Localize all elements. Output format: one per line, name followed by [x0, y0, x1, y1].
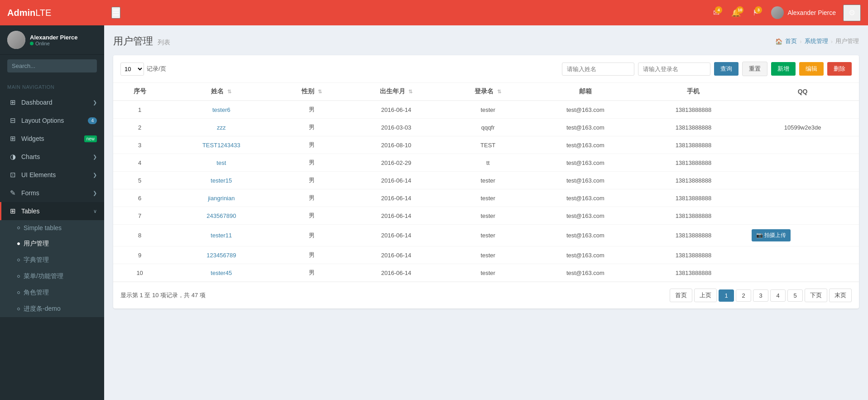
sidebar: AdminLTE Alexander Pierce Online 🔍 MAIN …	[0, 0, 104, 400]
search-input[interactable]	[7, 59, 92, 72]
name-link[interactable]: 243567890	[206, 212, 236, 219]
tables-submenu: Simple tables 用户管理 字典管理 菜单/功能管理 角色管理 进度条…	[0, 220, 104, 317]
topbar-right: ✉ 4 🔔 10 ⚑ 3 Alexander Pierce ⚙	[709, 4, 861, 22]
flag-button[interactable]: ⚑ 3	[748, 5, 764, 20]
breadcrumb: 🏠 首页 › 系统管理 › 用户管理	[775, 37, 859, 45]
page-button[interactable]: 4	[770, 289, 786, 302]
sidebar-item-label: Forms	[21, 189, 88, 197]
cell-qq	[746, 207, 859, 225]
upload-button[interactable]: 📷 拍摄上传	[752, 229, 791, 241]
search-button[interactable]: 🔍	[92, 59, 97, 72]
table-row: 5 tester15 男 2016-06-14 tester test@163.…	[113, 172, 859, 189]
name-link[interactable]: tester15	[211, 177, 232, 184]
sub-dot-icon	[17, 242, 20, 245]
sort-icon[interactable]: ⇅	[318, 89, 322, 94]
name-link[interactable]: jiangrinian	[208, 195, 235, 202]
cell-email: test@163.com	[530, 136, 641, 154]
name-link[interactable]: TEST1243433	[202, 142, 240, 149]
sidebar-header: AdminLTE	[0, 0, 104, 25]
name-link[interactable]: test	[216, 159, 226, 166]
chevron-down-icon: ∨	[93, 208, 97, 214]
table-row: 3 TEST1243433 男 2016-08-10 TEST test@163…	[113, 136, 859, 154]
sidebar-item-forms[interactable]: ✎ Forms ❯	[0, 184, 104, 202]
cell-name: tester15	[166, 172, 276, 189]
name-search-input[interactable]	[562, 63, 634, 76]
cell-phone: 13813888888	[641, 225, 746, 246]
cell-id: 1	[113, 101, 166, 119]
sidebar-item-layout-options[interactable]: ⊟ Layout Options 4	[0, 111, 104, 130]
notification-badge: 10	[736, 6, 743, 14]
cell-id: 2	[113, 119, 166, 136]
page-button[interactable]: 末页	[829, 289, 852, 302]
cell-name: test	[166, 154, 276, 172]
sidebar-item-dictionary[interactable]: 字典管理	[0, 252, 104, 268]
search-wrap: 🔍	[7, 59, 97, 72]
cell-qq	[746, 136, 859, 154]
breadcrumb-home-link[interactable]: 首页	[785, 37, 797, 45]
topbar-toggle-button[interactable]: ☰	[111, 7, 120, 19]
page-button[interactable]: 上页	[694, 289, 717, 302]
breadcrumb-separator: ›	[831, 38, 833, 45]
table-row: 4 test 男 2016-02-29 tt test@163.com 1381…	[113, 154, 859, 172]
breadcrumb-parent-link[interactable]: 系统管理	[805, 37, 828, 45]
cell-id: 6	[113, 189, 166, 207]
cell-qq	[746, 246, 859, 264]
name-link[interactable]: zzz	[217, 124, 226, 131]
page-button[interactable]: 2	[736, 289, 751, 302]
topbar-settings-button[interactable]: ⚙	[843, 5, 861, 21]
cell-birth: 2016-06-14	[347, 246, 446, 264]
user-panel: Alexander Pierce Online	[0, 25, 104, 55]
mail-button[interactable]: ✉ 4	[709, 5, 724, 20]
delete-button[interactable]: 删除	[827, 62, 852, 76]
sort-icon[interactable]: ⇅	[408, 89, 412, 94]
cell-name: zzz	[166, 119, 276, 136]
sort-icon[interactable]: ⇅	[497, 89, 501, 94]
sidebar-item-user-management[interactable]: 用户管理	[0, 236, 104, 252]
name-link[interactable]: tester11	[211, 232, 232, 239]
name-link[interactable]: tester6	[212, 106, 230, 113]
table-row: 8 tester11 男 2016-06-14 tester test@163.…	[113, 225, 859, 246]
sidebar-item-charts[interactable]: ◑ Charts ❯	[0, 148, 104, 166]
cell-birth: 2016-06-14	[347, 172, 446, 189]
page-button[interactable]: 1	[719, 289, 734, 302]
per-page-select[interactable]: 10 25 50 100	[120, 63, 144, 76]
cell-phone: 13813888888	[641, 154, 746, 172]
login-search-input[interactable]	[638, 63, 710, 76]
cell-qq	[746, 189, 859, 207]
name-link[interactable]: tester45	[211, 270, 232, 276]
sidebar-item-menu-management[interactable]: 菜单/功能管理	[0, 268, 104, 284]
forms-icon: ✎	[9, 189, 17, 197]
cell-login: tester	[446, 225, 530, 246]
cell-gender: 男	[276, 136, 346, 154]
sidebar-item-dashboard[interactable]: ⊞ Dashboard ❯	[0, 93, 104, 111]
content-box: 10 25 50 100 记录/页 查询 重置 新增 编辑 删除	[113, 55, 859, 308]
charts-icon: ◑	[9, 153, 17, 161]
notification-button[interactable]: 🔔 10	[727, 5, 745, 20]
tables-icon: ⊞	[9, 207, 17, 215]
page-button[interactable]: 下页	[805, 289, 827, 302]
cell-phone: 13813888888	[641, 136, 746, 154]
topbar: ☰ ✉ 4 🔔 10 ⚑ 3 Alexander Pierce ⚙	[104, 0, 868, 25]
app-logo: AdminLTE	[7, 8, 51, 18]
reset-button[interactable]: 重置	[742, 62, 767, 76]
sidebar-item-simple-tables[interactable]: Simple tables	[0, 220, 104, 236]
query-button[interactable]: 查询	[714, 62, 739, 76]
cell-gender: 男	[276, 189, 346, 207]
page-button[interactable]: 首页	[670, 289, 692, 302]
cell-phone: 13813888888	[641, 172, 746, 189]
page-button[interactable]: 5	[787, 289, 803, 302]
table-row: 1 tester6 男 2016-06-14 tester test@163.c…	[113, 101, 859, 119]
sidebar-item-widgets[interactable]: ⊞ Widgets new	[0, 130, 104, 148]
sidebar-item-progress-demo[interactable]: 进度条-demo	[0, 301, 104, 317]
sidebar-sub-label: Simple tables	[24, 224, 62, 231]
name-link[interactable]: 123456789	[206, 252, 236, 259]
add-button[interactable]: 新增	[771, 62, 796, 76]
page-button[interactable]: 3	[753, 289, 768, 302]
topbar-user-menu[interactable]: Alexander Pierce	[767, 4, 840, 22]
sidebar-item-role-management[interactable]: 角色管理	[0, 284, 104, 301]
edit-button[interactable]: 编辑	[799, 62, 824, 76]
cell-id: 5	[113, 172, 166, 189]
sidebar-item-ui-elements[interactable]: ⊡ UI Elements ❯	[0, 166, 104, 184]
sort-icon[interactable]: ⇅	[227, 89, 231, 94]
sidebar-item-tables[interactable]: ⊞ Tables ∨	[0, 202, 104, 220]
